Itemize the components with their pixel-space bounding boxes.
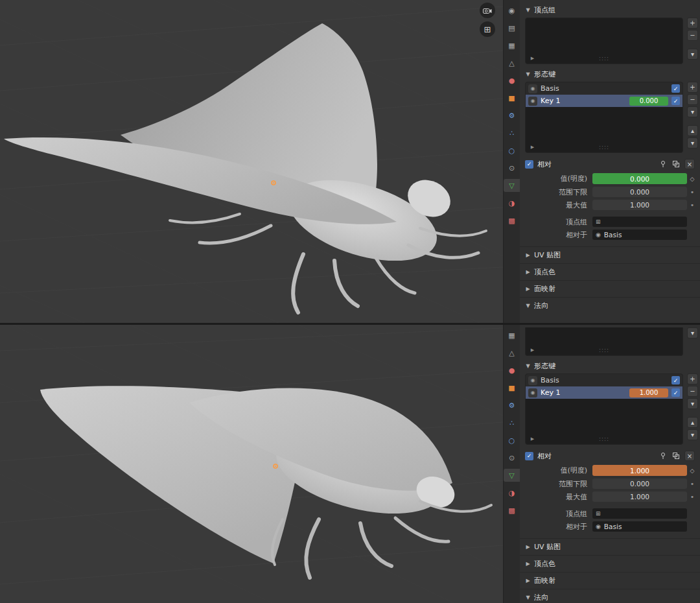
vertex-group-specials-button[interactable]: ▾ [687, 49, 698, 60]
camera-view-button[interactable] [480, 3, 495, 18]
list-filter-arrow-icon[interactable]: ▶ [530, 436, 535, 442]
move-shape-key-up-button[interactable]: ▴ [687, 417, 698, 428]
shape-keys-list: ◉ Basis ✓ ◉ Key 1 0.000 ✓ ▶ :::: [525, 82, 683, 153]
tab-object[interactable]: ■ [504, 381, 520, 394]
clipped-list[interactable]: ▶ :::: [525, 327, 683, 356]
range-min-field[interactable]: 0.000 [592, 479, 687, 489]
range-min-field[interactable]: 0.000 [592, 187, 687, 197]
tab-physics[interactable]: ○ [504, 434, 520, 447]
shape-key-enable-checkbox[interactable]: ✓ [671, 376, 680, 384]
tab-constraints[interactable]: ⊙ [504, 161, 520, 174]
decorator-dot-icon[interactable]: • [687, 480, 697, 488]
add-shape-key-button[interactable]: + [687, 82, 698, 93]
shape-key-row-basis[interactable]: ◉ Basis ✓ [526, 82, 682, 95]
decorator-dot-icon[interactable]: • [687, 201, 697, 209]
decorator-dot-icon[interactable]: • [687, 493, 697, 501]
constraints-tab-icon: ⊙ [509, 164, 515, 172]
shape-key-row-key1[interactable]: ◉ Key 1 0.000 ✓ [526, 95, 682, 107]
move-shape-key-up-button[interactable]: ▴ [687, 125, 698, 136]
resize-grip[interactable]: :::: [599, 55, 609, 62]
tab-scene[interactable]: △ [504, 56, 520, 69]
tab-view-layer[interactable]: ▦ [504, 39, 520, 52]
list-filter-arrow-icon[interactable]: ▶ [530, 56, 535, 61]
move-shape-key-down-button[interactable]: ▾ [687, 429, 698, 440]
tab-output[interactable]: ▤ [504, 21, 520, 34]
tab-texture[interactable]: ▩ [504, 504, 520, 517]
tab-physics[interactable]: ○ [504, 144, 520, 157]
remove-shape-key-button[interactable]: − [687, 386, 698, 397]
viewport-bottom[interactable] [0, 325, 503, 603]
shape-keys-panel-header[interactable]: ▼ 形态键 [520, 359, 700, 373]
tab-world[interactable]: ● [504, 74, 520, 87]
range-max-field[interactable]: 1.000 [592, 200, 687, 210]
resize-grip[interactable]: :::: [599, 436, 609, 442]
section-uv-maps[interactable]: ▶ UV 贴图 [520, 246, 700, 263]
shape-key-specials-button[interactable]: ▾ [687, 398, 698, 409]
tab-modifiers[interactable]: ⚙ [504, 399, 520, 412]
shape-key-value-slider[interactable]: 0.000 [592, 173, 687, 184]
section-vertex-colors[interactable]: ▶ 顶点色 [520, 263, 700, 280]
section-face-maps[interactable]: ▶ 面映射 [520, 572, 700, 589]
tab-render[interactable]: ◉ [504, 4, 520, 17]
tab-scene[interactable]: △ [504, 346, 520, 359]
tab-modifiers[interactable]: ⚙ [504, 109, 520, 122]
relative-checkbox[interactable]: ✓ [525, 452, 533, 460]
tab-material[interactable]: ◑ [504, 196, 520, 209]
tab-particles[interactable]: ∴ [504, 416, 520, 429]
vertex-group-field[interactable]: ⊞ [592, 217, 687, 227]
add-shape-key-button[interactable]: + [687, 373, 698, 384]
area-divider[interactable] [0, 323, 700, 325]
relative-checkbox[interactable]: ✓ [525, 160, 533, 169]
section-vertex-colors[interactable]: ▶ 顶点色 [520, 555, 700, 572]
keyframe-diamond-icon[interactable]: ◇ [687, 467, 697, 474]
relative-to-field[interactable]: ◉ Basis [592, 521, 687, 532]
vertex-groups-list[interactable]: ▶ :::: [525, 18, 683, 64]
section-uv-maps[interactable]: ▶ UV 贴图 [520, 538, 700, 555]
vertex-group-field[interactable]: ⊞ [592, 508, 687, 519]
list-filter-arrow-icon[interactable]: ▶ [530, 145, 535, 150]
section-normals[interactable]: ▼ 法向 [520, 297, 700, 314]
tab-material[interactable]: ◑ [504, 486, 520, 499]
pin-icon[interactable] [659, 451, 668, 460]
duplicate-icon[interactable] [671, 451, 681, 460]
tab-texture[interactable]: ▩ [504, 214, 520, 227]
tab-object[interactable]: ■ [504, 91, 520, 104]
relative-to-field[interactable]: ◉ Basis [592, 230, 687, 240]
shape-key-row-basis[interactable]: ◉ Basis ✓ [526, 374, 682, 386]
shape-key-value-chip[interactable]: 1.000 [629, 388, 668, 397]
tab-object-data[interactable]: ▽ [504, 179, 520, 192]
tab-constraints[interactable]: ⊙ [504, 451, 520, 464]
resize-grip[interactable]: :::: [599, 347, 609, 353]
pin-icon[interactable] [659, 160, 668, 169]
decorator-dot-icon[interactable]: • [687, 188, 697, 196]
shape-key-enable-checkbox[interactable]: ✓ [671, 84, 680, 93]
shape-key-specials-button[interactable]: ▾ [687, 106, 698, 117]
viewport-top[interactable]: ⊞ [0, 0, 503, 323]
tab-view-layer[interactable]: ▦ [504, 329, 520, 342]
section-face-maps[interactable]: ▶ 面映射 [520, 280, 700, 297]
remove-shape-key-button[interactable]: − [687, 94, 698, 105]
section-normals[interactable]: ▼ 法向 [520, 589, 700, 603]
close-button[interactable]: × [684, 451, 695, 461]
move-shape-key-down-button[interactable]: ▾ [687, 137, 698, 148]
duplicate-icon[interactable] [671, 160, 681, 169]
shape-key-enable-checkbox[interactable]: ✓ [671, 97, 680, 105]
shape-key-value-chip[interactable]: 0.000 [629, 97, 668, 106]
shape-keys-panel-header[interactable]: ▼ 形态键 [520, 67, 700, 82]
tab-world[interactable]: ● [504, 364, 520, 377]
remove-vertex-group-button[interactable]: − [687, 30, 698, 41]
grid-view-button[interactable]: ⊞ [480, 21, 495, 37]
list-specials-button[interactable]: ▾ [687, 327, 698, 338]
list-filter-arrow-icon[interactable]: ▶ [530, 348, 535, 353]
keyframe-diamond-icon[interactable]: ◇ [687, 176, 697, 182]
shape-key-enable-checkbox[interactable]: ✓ [671, 388, 680, 397]
close-button[interactable]: × [684, 159, 695, 169]
tab-particles[interactable]: ∴ [504, 126, 520, 139]
add-vertex-group-button[interactable]: + [687, 18, 698, 29]
tab-object-data[interactable]: ▽ [504, 469, 520, 482]
resize-grip[interactable]: :::: [599, 144, 609, 150]
range-max-field[interactable]: 1.000 [592, 491, 687, 502]
vertex-groups-panel-header[interactable]: ▼ 顶点组 [520, 3, 700, 18]
shape-key-row-key1[interactable]: ◉ Key 1 1.000 ✓ [526, 386, 682, 399]
shape-key-value-slider[interactable]: 1.000 [592, 465, 687, 476]
